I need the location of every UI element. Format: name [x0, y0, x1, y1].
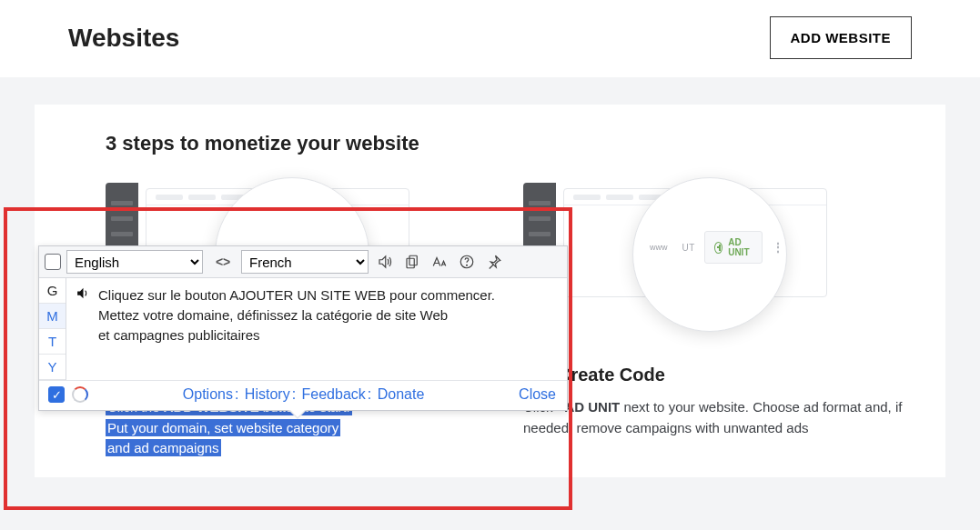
popup-tail [288, 410, 307, 419]
source-language-select[interactable]: English [66, 250, 203, 274]
help-icon[interactable] [456, 251, 478, 273]
page-title: Websites [68, 24, 179, 53]
translator-popup: English < > French G M T Y Cliquez sur l… [38, 245, 568, 411]
lens-tag: UT [682, 243, 695, 253]
translator-toolbar: English < > French [39, 246, 567, 278]
footer-links: Options: History: Feedback: Donate [94, 386, 513, 403]
font-size-icon[interactable] [429, 251, 450, 273]
illustration-lens: www UT AD UNIT ⋮ [632, 177, 787, 332]
footer-checkbox[interactable]: ✓ [48, 386, 65, 403]
donate-link[interactable]: Donate [378, 386, 425, 402]
kebab-icon: ⋮ [772, 240, 783, 255]
source-checkbox[interactable] [45, 254, 61, 270]
add-website-button[interactable]: ADD WEBSITE [770, 16, 913, 59]
provider-tab-y[interactable]: Y [39, 355, 66, 380]
feedback-link[interactable]: Feedback [302, 386, 366, 402]
translation-text: Cliquez sur le bouton AJOUTER UN SITE WE… [66, 278, 567, 380]
options-link[interactable]: Options [183, 386, 233, 402]
svg-rect-1 [407, 258, 414, 268]
provider-tab-t[interactable]: T [39, 329, 66, 355]
lens-adunit-chip: AD UNIT [704, 231, 763, 264]
provider-tabs: G M T Y [39, 278, 66, 380]
copy-icon[interactable] [401, 251, 423, 273]
provider-tab-m[interactable]: M [39, 304, 66, 329]
svg-rect-0 [409, 255, 417, 265]
step-2-description: Click +AD UNIT next to your website. Cho… [523, 397, 904, 438]
card-heading: 3 steps to monetize your website [106, 132, 904, 155]
speaker-icon[interactable] [76, 285, 91, 306]
pin-icon[interactable] [483, 251, 505, 273]
swap-languages-button[interactable]: < > [208, 251, 236, 273]
step-title: Create Code [558, 365, 665, 385]
provider-tab-g[interactable]: G [39, 278, 66, 304]
target-language-select[interactable]: French [241, 250, 369, 274]
lens-www-label: www [650, 243, 668, 252]
svg-point-3 [467, 265, 468, 265]
history-link[interactable]: History [245, 386, 290, 402]
plus-circle-icon [714, 242, 722, 254]
loading-spinner-icon [72, 386, 88, 403]
step-2: www UT AD UNIT ⋮ 2 Create Code [523, 183, 904, 459]
listen-icon[interactable] [374, 251, 396, 273]
close-button[interactable]: Close [519, 386, 556, 403]
